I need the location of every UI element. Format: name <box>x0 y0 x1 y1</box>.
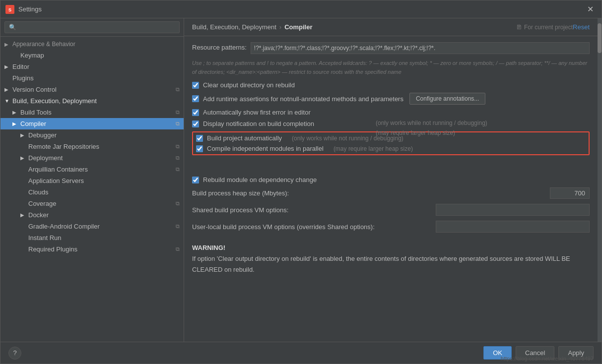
show-error-checkbox[interactable] <box>192 109 199 116</box>
expand-icon: ▼ <box>4 98 10 104</box>
svg-text:S: S <box>8 7 11 12</box>
sidebar-item-compiler[interactable]: ▶ Compiler ⧉ <box>0 118 184 129</box>
sidebar-item-version-control[interactable]: ▶ Version Control ⧉ <box>0 84 184 95</box>
sidebar-item-app-servers[interactable]: Application Servers <box>0 175 184 186</box>
warning-body: If option 'Clear output directory on reb… <box>192 253 590 275</box>
shared-vm-row: Shared build process VM options: <box>192 204 590 216</box>
settings-window: S Settings ✕ ▶ Appearance & Behavior Key… <box>0 0 602 364</box>
sidebar-tree: ▶ Appearance & Behavior Keymap ▶ Editor … <box>0 37 184 342</box>
user-vm-row: User-local build process VM options (ove… <box>192 221 590 233</box>
shared-vm-input[interactable] <box>436 204 590 216</box>
sidebar: ▶ Appearance & Behavior Keymap ▶ Editor … <box>0 18 184 342</box>
sidebar-item-deployment[interactable]: ▶ Deployment ⧉ <box>0 152 184 164</box>
configure-annotations-button[interactable]: Configure annotations... <box>409 93 485 105</box>
sidebar-item-label: Compiler <box>20 120 46 127</box>
sidebar-item-editor[interactable]: ▶ Editor <box>0 61 184 72</box>
show-error-label: Automatically show first error in editor <box>203 109 311 116</box>
breadcrumb: Build, Execution, Deployment › Compiler <box>192 23 508 31</box>
sidebar-item-gradle-android[interactable]: Gradle-Android Compiler ⧉ <box>0 221 184 232</box>
warning-text: If option 'Clear output directory on reb… <box>192 255 570 273</box>
clear-output-checkbox[interactable] <box>192 82 199 89</box>
sidebar-item-instant-run[interactable]: Instant Run <box>0 232 184 243</box>
sidebar-item-label: Clouds <box>28 188 48 196</box>
user-vm-input[interactable] <box>436 221 590 233</box>
breadcrumb-separator: › <box>279 23 281 31</box>
sidebar-item-label: Debugger <box>28 131 57 139</box>
resource-patterns-label: Resource patterns: <box>192 42 247 51</box>
breadcrumb-parent: Build, Execution, Deployment <box>192 23 276 31</box>
checkbox-clear-output: Clear output directory on rebuild <box>192 81 590 89</box>
sidebar-item-label: Build Tools <box>20 109 52 116</box>
expand-icon: ▶ <box>20 132 26 138</box>
build-automatically-label: Build project automatically <box>207 134 282 142</box>
assertions-checkbox[interactable] <box>192 95 199 102</box>
expand-icon: ▶ <box>4 42 10 47</box>
sidebar-item-coverage[interactable]: Coverage ⧉ <box>0 198 184 209</box>
notification-checkbox[interactable] <box>192 121 199 127</box>
assertions-label: Add runtime assertions for notnull-annot… <box>203 95 403 103</box>
copy-icon: ⧉ <box>176 155 180 161</box>
sidebar-item-debugger[interactable]: ▶ Debugger <box>0 129 184 141</box>
checkbox-compile-parallel: Compile independent modules in parallel … <box>196 145 586 152</box>
copy-icon: ⧉ <box>176 246 180 252</box>
main-content: ▶ Appearance & Behavior Keymap ▶ Editor … <box>0 18 602 342</box>
sidebar-item-docker[interactable]: ▶ Docker <box>0 209 184 221</box>
compile-parallel-side-note: (may require larger heap size) <box>376 129 590 136</box>
sidebar-item-label: Docker <box>28 211 49 219</box>
sidebar-item-remote-jar[interactable]: Remote Jar Repositories ⧉ <box>0 141 184 152</box>
expand-icon: ▶ <box>4 87 10 92</box>
search-box <box>0 18 184 37</box>
sidebar-item-clouds[interactable]: Clouds <box>0 186 184 198</box>
notification-label: Display notification on build completion <box>203 120 314 127</box>
heap-label: Build process heap size (Mbytes): <box>192 189 550 197</box>
clear-output-label: Clear output directory on rebuild <box>203 81 295 89</box>
sidebar-item-arquillian[interactable]: Arquillian Containers ⧉ <box>0 164 184 175</box>
sidebar-item-label: Deployment <box>28 154 63 162</box>
sidebar-item-label: Coverage <box>28 200 56 207</box>
sidebar-item-label: Appearance & Behavior <box>12 41 75 48</box>
compile-parallel-checkbox[interactable] <box>196 145 203 152</box>
resource-patterns-input[interactable] <box>251 42 590 54</box>
breadcrumb-current: Compiler <box>284 23 312 31</box>
reset-button[interactable]: Reset <box>573 23 590 31</box>
search-input[interactable] <box>4 21 180 33</box>
sidebar-item-required-plugins[interactable]: Required Plugins ⧉ <box>0 243 184 255</box>
close-button[interactable]: ✕ <box>584 3 597 15</box>
sidebar-item-label: Build, Execution, Deployment <box>12 97 97 105</box>
help-button[interactable]: ? <box>8 347 21 360</box>
sidebar-item-label: Required Plugins <box>28 245 77 253</box>
copy-icon: ⧉ <box>176 121 180 127</box>
heap-input[interactable] <box>550 187 590 199</box>
scrollbar-thumb[interactable] <box>598 23 602 53</box>
checkbox-assertions: Add runtime assertions for notnull-annot… <box>192 93 590 105</box>
sidebar-item-label: Gradle-Android Compiler <box>28 223 100 230</box>
sidebar-item-label: Remote Jar Repositories <box>28 143 99 150</box>
copy-icon: ⧉ <box>176 109 180 116</box>
sidebar-item-keymap[interactable]: Keymap <box>0 50 184 61</box>
copy-icon: ⧉ <box>176 86 180 93</box>
expand-icon: ▶ <box>4 64 10 69</box>
sidebar-item-build-tools[interactable]: ▶ Build Tools ⧉ <box>0 107 184 118</box>
shared-vm-label: Shared build process VM options: <box>192 206 436 214</box>
sidebar-item-plugins[interactable]: Plugins <box>0 72 184 84</box>
sidebar-item-appearance[interactable]: ▶ Appearance & Behavior <box>0 39 184 50</box>
sidebar-item-label: Keymap <box>20 52 44 59</box>
expand-icon: ▶ <box>20 212 26 218</box>
rebuild-dependency-checkbox[interactable] <box>192 177 199 183</box>
copy-icon: ⧉ <box>176 200 180 207</box>
expand-icon: ▶ <box>12 121 18 126</box>
sidebar-item-build-execution[interactable]: ▼ Build, Execution, Deployment <box>0 95 184 107</box>
sidebar-item-label: Version Control <box>12 86 57 93</box>
warning-title: WARNING! <box>192 243 590 253</box>
warning-section: WARNING! If option 'Clear output directo… <box>192 243 590 275</box>
build-automatically-checkbox[interactable] <box>196 135 203 142</box>
heap-size-row: Build process heap size (Mbytes): <box>192 187 590 199</box>
scrollbar[interactable] <box>598 18 602 342</box>
bottom-bar: ? OK Cancel Apply https://blog.csdn.net/… <box>0 342 602 364</box>
app-icon: S <box>5 5 14 14</box>
sidebar-item-label: Application Servers <box>28 177 84 184</box>
rebuild-dependency-label: Rebuild module on dependency change <box>203 176 317 183</box>
compile-parallel-label: Compile independent modules in parallel <box>207 145 324 152</box>
for-current-project: 🖹 For current project <box>516 24 573 31</box>
sidebar-item-label: Arquillian Containers <box>28 166 88 173</box>
